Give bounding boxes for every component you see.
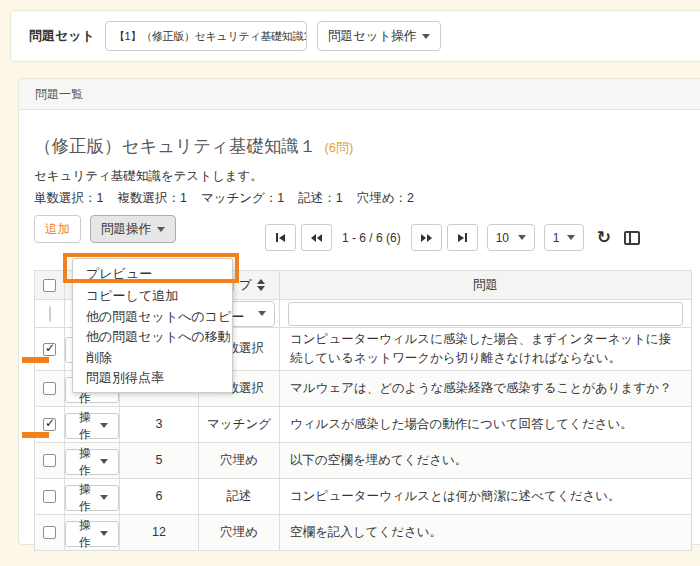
pagination: 1 - 6 / 6 (6) 10 1 ↻ [265,224,640,251]
question-text: 以下の空欄を埋めてください。 [280,442,692,478]
header-question: 問題 [280,271,692,300]
pagination-first-button[interactable] [265,224,296,251]
question-type: 穴埋め [199,442,280,478]
pagination-last-button[interactable] [447,224,478,251]
refresh-icon[interactable]: ↻ [597,229,611,246]
table-row: 操作 5 穴埋め 以下の空欄を埋めてください。 [35,442,692,478]
row-actions-label: 操作 [76,517,94,551]
table-row: 操作 6 記述 コンピューターウィルスとは何か簡潔に述べてください。 [35,478,692,514]
chevron-down-icon [100,459,108,464]
page-title: （修正版）セキュリティ基礎知識１(6問) [34,134,692,158]
question-type: マッチング [199,406,280,442]
add-question-button[interactable]: 追加 [34,215,81,243]
row-checkbox[interactable] [43,454,56,467]
menu-item[interactable]: 問題別得点率 [73,368,232,389]
question-text: 空欄を記入してください。 [280,514,692,550]
chevron-down-icon [100,423,108,428]
row-actions-label: 操作 [76,409,94,443]
question-number: 5 [120,442,199,478]
question-set-toolbar: 問題セット 【1】（修正版）セキュリティ基礎知識1(6問) 問題セット操作 [10,10,700,62]
menu-item[interactable]: 他の問題セットへのコピー [73,307,232,328]
row-checkbox[interactable] [43,343,56,356]
row-checkbox[interactable] [43,418,56,431]
question-stats: 単数選択：1複数選択：1マッチング：1記述：1穴埋め：2 [34,190,692,207]
stat-item: 穴埋め：2 [357,190,414,207]
filter-blank-box [49,306,51,322]
panel-title: 問題一覧 [35,86,83,103]
question-type: 記述 [199,478,280,514]
chevron-down-icon [567,235,575,240]
chevron-down-icon [518,235,526,240]
menu-item[interactable]: コピーして追加 [73,286,232,307]
toggle-columns-icon[interactable] [624,231,640,245]
table-row: 操作 3 マッチング ウィルスが感染した場合の動作について回答してください。 [35,406,692,442]
question-text: ウィルスが感染した場合の動作について回答してください。 [280,406,692,442]
question-set-select[interactable]: 【1】（修正版）セキュリティ基礎知識1(6問) [105,21,307,51]
page-number-select[interactable]: 1 [544,224,584,251]
question-filter-input[interactable] [288,302,683,326]
row-checkbox[interactable] [43,382,56,395]
question-text: コンピューターウィルスとは何か簡潔に述べてください。 [280,478,692,514]
question-list-panel: 問題一覧 （修正版）セキュリティ基礎知識１(6問) セキュリティ基礎知識をテスト… [18,78,700,545]
question-text: コンピューターウィルスに感染した場合、まずインターネットに接続しているネットワー… [280,328,692,371]
question-number: 6 [120,478,199,514]
chevron-down-icon [422,34,430,39]
menu-item[interactable]: プレビュー [73,262,232,286]
pagination-prev-button[interactable] [301,224,332,251]
row-checkbox[interactable] [43,490,56,503]
question-count-badge: (6問) [324,140,353,155]
chevron-down-icon [100,531,108,536]
question-number: 12 [120,514,199,550]
question-set-operations-button[interactable]: 問題セット操作 [317,21,441,51]
stat-item: 複数選択：1 [117,190,186,207]
question-text: マルウェアは、どのような感染経路で感染することがありますか？ [280,370,692,406]
chevron-down-icon [258,311,266,316]
sort-icon[interactable] [257,279,265,291]
question-operations-button[interactable]: 問題操作 [90,215,176,243]
page-size-select[interactable]: 10 [487,224,535,251]
chevron-down-icon [157,227,165,232]
question-set-select-value: 【1】（修正版）セキュリティ基礎知識1(6問) [114,29,307,44]
row-actions-button[interactable]: 操作 [65,449,119,475]
pagination-range-text: 1 - 6 / 6 (6) [342,231,401,245]
question-set-label: 問題セット [29,27,95,45]
stat-item: マッチング：1 [201,190,284,207]
question-number: 3 [120,406,199,442]
menu-item[interactable]: 削除 [73,348,232,369]
row-actions-button[interactable]: 操作 [65,485,119,511]
row-actions-button[interactable]: 操作 [65,521,119,547]
select-all-checkbox[interactable] [43,279,56,292]
chevron-down-icon [100,495,108,500]
menu-item[interactable]: 他の問題セットへの移動 [73,327,232,348]
row-actions-button[interactable]: 操作 [65,413,119,439]
table-row: 操作 12 穴埋め 空欄を記入してください。 [35,514,692,550]
question-type: 穴埋め [199,514,280,550]
row-checkbox[interactable] [43,526,56,539]
row-actions-label: 操作 [76,445,94,479]
question-set-description: セキュリティ基礎知識をテストします。 [34,168,692,185]
pagination-next-button[interactable] [411,224,442,251]
question-actions-menu: プレビューコピーして追加他の問題セットへのコピー他の問題セットへの移動削除問題別… [72,258,233,393]
stat-item: 記述：1 [298,190,342,207]
panel-header: 問題一覧 [19,79,700,110]
row-actions-label: 操作 [76,481,94,515]
stat-item: 単数選択：1 [34,190,103,207]
